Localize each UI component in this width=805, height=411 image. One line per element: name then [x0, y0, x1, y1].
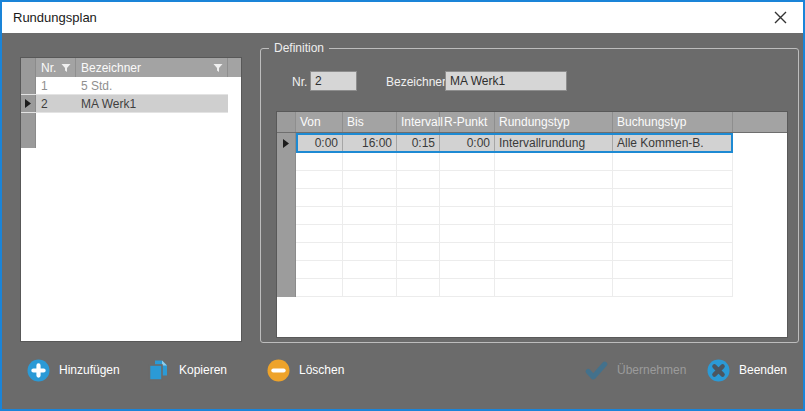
nr-label: Nr.	[292, 75, 307, 89]
grid-empty-row	[277, 243, 787, 261]
check-icon	[585, 359, 608, 382]
grid-empty-row	[277, 279, 787, 297]
grid-empty-row	[277, 189, 787, 207]
row-selector	[277, 243, 296, 261]
column-header-bezeichner[interactable]: Bezeichner	[76, 58, 228, 77]
window-close-button[interactable]	[758, 2, 803, 33]
column-header-von[interactable]: Von	[296, 112, 343, 132]
row-selector[interactable]	[21, 77, 36, 94]
rundungsplan-dialog: Rundungsplan Nr. Bezeichner	[0, 0, 805, 411]
plan-row-selected[interactable]: 2 MA Werk1	[21, 95, 228, 113]
row-selector[interactable]	[277, 133, 296, 153]
row-selector-header[interactable]	[277, 112, 296, 132]
column-header-bis[interactable]: Bis	[343, 112, 397, 132]
row-selector	[277, 225, 296, 243]
delete-button[interactable]: Löschen	[267, 358, 344, 382]
groupbox-label: Definition	[269, 41, 329, 55]
grid-empty-row	[277, 261, 787, 279]
plus-circle-icon	[27, 359, 50, 382]
bezeichner-label: Bezeichner	[386, 75, 446, 89]
column-header-nr[interactable]: Nr.	[36, 58, 76, 77]
grid-empty-row	[277, 207, 787, 225]
row-selector	[277, 153, 296, 171]
cell-intervall: 0:15	[397, 133, 440, 153]
plan-list-header: Nr. Bezeichner	[21, 58, 241, 77]
rounding-rules-grid: Von Bis Intervall R-Punkt Rundungstyp Bu…	[276, 111, 788, 338]
column-header-buchungstyp[interactable]: Buchungstyp	[613, 112, 733, 132]
bezeichner-field[interactable]	[445, 71, 567, 91]
column-header-r-punkt[interactable]: R-Punkt	[440, 112, 495, 132]
row-filler	[733, 133, 787, 153]
column-header-intervall[interactable]: Intervall	[397, 112, 440, 132]
minus-circle-icon	[267, 359, 290, 382]
row-selector	[277, 207, 296, 225]
row-selector	[277, 171, 296, 189]
window-title: Rundungsplan	[13, 10, 97, 25]
dialog-client-area: Nr. Bezeichner 1 5 Std.	[4, 35, 801, 407]
grid-empty-rows	[277, 153, 787, 297]
row-selector-strip	[21, 113, 36, 148]
cell-r-punkt: 0:00	[440, 133, 495, 153]
current-row-arrow-icon	[25, 99, 31, 108]
cell-buchungstyp: Alle Kommen-B.	[613, 133, 733, 153]
exit-button[interactable]: Beenden	[707, 358, 787, 382]
add-button[interactable]: Hinzufügen	[27, 358, 120, 382]
cell-von: 0:00	[296, 133, 343, 153]
row-selector	[277, 261, 296, 279]
grid-empty-row	[277, 171, 787, 189]
plan-row[interactable]: 1 5 Std.	[21, 77, 228, 95]
apply-button[interactable]: Übernehmen	[585, 358, 686, 382]
copy-icon	[147, 359, 170, 382]
column-header-rundungstyp[interactable]: Rundungstyp	[495, 112, 613, 132]
close-icon	[774, 11, 787, 24]
close-circle-icon	[707, 359, 730, 382]
row-selector	[277, 279, 296, 297]
row-selector-header[interactable]	[21, 58, 36, 77]
definition-groupbox: Definition Nr. Bezeichner Von Bis Interv…	[260, 48, 799, 343]
nr-field[interactable]	[310, 71, 357, 91]
current-row-arrow-icon	[283, 139, 289, 148]
plan-list-table: Nr. Bezeichner 1 5 Std.	[20, 57, 242, 342]
grid-empty-row	[277, 225, 787, 243]
grid-row-selected[interactable]: 0:00 16:00 0:15 0:00 Intervallrundung Al…	[277, 133, 787, 153]
grid-header: Von Bis Intervall R-Punkt Rundungstyp Bu…	[277, 112, 787, 133]
title-bar: Rundungsplan	[2, 2, 803, 33]
cell-rundungstyp: Intervallrundung	[495, 133, 613, 153]
row-selector	[277, 189, 296, 207]
cell-bis: 16:00	[343, 133, 397, 153]
copy-button[interactable]: Kopieren	[147, 358, 227, 382]
grid-empty-row	[277, 153, 787, 171]
filter-icon[interactable]	[213, 63, 223, 73]
header-filler	[228, 58, 241, 77]
row-selector[interactable]	[21, 95, 36, 112]
header-filler	[733, 112, 787, 132]
filter-icon[interactable]	[61, 63, 71, 73]
